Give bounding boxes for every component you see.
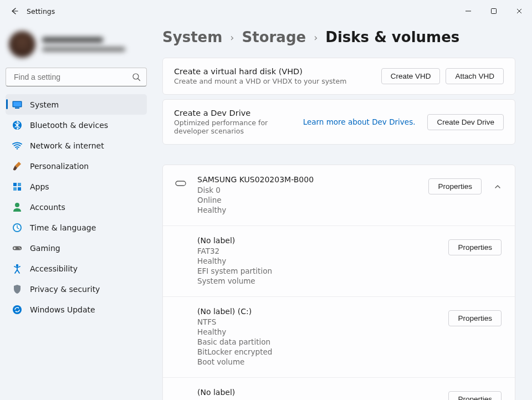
sidebar-item-label: System — [30, 100, 59, 109]
search-icon — [132, 73, 141, 81]
disk-info-line: Basic data partition — [197, 337, 438, 347]
clock-icon — [12, 223, 22, 233]
sidebar-item-label: Bluetooth & devices — [30, 121, 108, 130]
sidebar-item-label: Accounts — [30, 203, 65, 212]
disk-info-line: Healthy — [197, 327, 438, 337]
search-input-container[interactable] — [6, 68, 147, 86]
crumb-system[interactable]: System — [162, 29, 222, 45]
minimize-button[interactable] — [456, 2, 481, 20]
sidebar-item-personalization[interactable]: Personalization — [6, 156, 147, 176]
create-devdrive-button[interactable]: Create Dev Drive — [427, 114, 504, 130]
sidebar-item-accessibility[interactable]: Accessibility — [6, 258, 147, 279]
drive-icon — [174, 388, 187, 393]
svg-rect-7 — [13, 183, 17, 186]
search-input[interactable] — [13, 72, 132, 82]
sidebar-item-windows-update[interactable]: Windows Update — [6, 299, 147, 320]
sidebar-item-label: Gaming — [30, 244, 60, 253]
svg-rect-9 — [13, 187, 17, 191]
system-icon — [12, 100, 22, 110]
apps-icon — [12, 182, 22, 192]
sidebar-item-network-internet[interactable]: Network & internet — [6, 135, 147, 156]
svg-rect-0 — [492, 9, 497, 14]
sidebar-item-label: Privacy & security — [30, 285, 100, 294]
svg-point-11 — [15, 203, 19, 207]
bluetooth-icon — [12, 120, 22, 130]
sidebar-item-gaming[interactable]: Gaming — [6, 238, 147, 258]
vhd-sub: Create and mount a VHD or VHDX to your s… — [174, 77, 381, 85]
devdrive-learn-link[interactable]: Learn more about Dev Drives. — [303, 117, 416, 126]
drive-icon — [174, 236, 187, 242]
svg-point-15 — [19, 247, 20, 248]
gamepad-icon — [12, 243, 22, 253]
maximize-icon — [490, 8, 497, 14]
disk-row: (No label) (C:)NTFSHealthyBasic data par… — [163, 296, 515, 377]
disk-info-line: Healthy — [197, 205, 418, 215]
attach-vhd-button[interactable]: Attach VHD — [446, 68, 504, 84]
svg-rect-8 — [18, 183, 21, 186]
disk-title: SAMSUNG KUS020203M-B000 — [197, 175, 418, 184]
back-button[interactable] — [7, 3, 22, 19]
sidebar-item-accounts[interactable]: Accounts — [6, 197, 147, 217]
sidebar-item-label: Apps — [30, 182, 49, 191]
svg-point-6 — [17, 148, 18, 150]
properties-button[interactable]: Properties — [448, 239, 502, 255]
back-icon — [10, 7, 19, 16]
disk-info-line: EFI system partition — [197, 266, 438, 276]
devdrive-title: Create a Dev Drive — [174, 109, 303, 117]
disk-list: SAMSUNG KUS020203M-B000Disk 0OnlineHealt… — [162, 165, 515, 400]
person-icon — [12, 202, 22, 212]
sidebar-item-label: Network & internet — [30, 141, 104, 150]
maximize-button[interactable] — [481, 2, 507, 20]
crumb-current: Disks & volumes — [325, 29, 459, 45]
disk-info-line: NTFS — [197, 398, 438, 400]
user-profile[interactable] — [4, 28, 148, 65]
disk-info-line: Boot volume — [197, 357, 438, 367]
window-title: Settings — [27, 7, 55, 16]
titlebar: Settings — [0, 0, 532, 22]
svg-rect-3 — [13, 102, 21, 106]
svg-rect-19 — [176, 181, 186, 186]
properties-button[interactable]: Properties — [448, 310, 502, 326]
crumb-storage[interactable]: Storage — [242, 29, 306, 45]
disk-info-line: NTFS — [197, 317, 438, 327]
drive-icon — [174, 307, 187, 312]
sidebar-item-label: Time & language — [30, 223, 96, 232]
disk-title: (No label) (C:) — [197, 307, 438, 316]
disk-info-line: FAT32 — [197, 246, 438, 256]
disk-info-line: System volume — [197, 276, 438, 286]
access-icon — [12, 264, 22, 274]
sidebar-item-bluetooth-devices[interactable]: Bluetooth & devices — [6, 115, 147, 135]
disk-info-line: Disk 0 — [197, 185, 418, 195]
svg-rect-4 — [15, 107, 19, 109]
panel-vhd: Create a virtual hard disk (VHD) Create … — [162, 58, 515, 95]
sidebar-item-system[interactable]: System — [6, 94, 147, 115]
chevron-right-icon: › — [230, 32, 234, 43]
disk-row: (No label)NTFSHealthyMicrosoft recovery … — [163, 377, 515, 400]
create-vhd-button[interactable]: Create VHD — [381, 68, 441, 84]
avatar — [9, 31, 35, 58]
svg-point-18 — [13, 305, 22, 314]
disk-info-line: Healthy — [197, 256, 438, 266]
svg-point-16 — [20, 248, 21, 249]
update-icon — [12, 305, 22, 315]
sidebar-item-label: Accessibility — [30, 264, 78, 273]
brush-icon — [12, 161, 22, 171]
close-button[interactable] — [507, 2, 532, 20]
properties-button[interactable]: Properties — [428, 178, 482, 194]
disk-info-line: BitLocker encrypted — [197, 347, 438, 357]
properties-button[interactable]: Properties — [448, 391, 502, 400]
sidebar-item-label: Personalization — [30, 162, 89, 171]
sidebar-item-privacy-security[interactable]: Privacy & security — [6, 279, 147, 299]
drive-icon — [174, 175, 187, 186]
chevron-up-icon[interactable] — [494, 183, 502, 191]
disk-row: (No label)FAT32HealthyEFI system partiti… — [163, 225, 515, 296]
disk-title: (No label) — [197, 236, 438, 245]
sidebar-item-apps[interactable]: Apps — [6, 176, 147, 197]
wifi-icon — [12, 141, 22, 151]
disk-row: SAMSUNG KUS020203M-B000Disk 0OnlineHealt… — [163, 165, 515, 225]
minimize-icon — [465, 8, 472, 14]
panel-devdrive: Create a Dev Drive Optimized performance… — [162, 99, 515, 145]
devdrive-sub: Optimized performance for developer scen… — [174, 119, 303, 135]
svg-rect-10 — [18, 187, 21, 191]
sidebar-item-time-language[interactable]: Time & language — [6, 217, 147, 238]
